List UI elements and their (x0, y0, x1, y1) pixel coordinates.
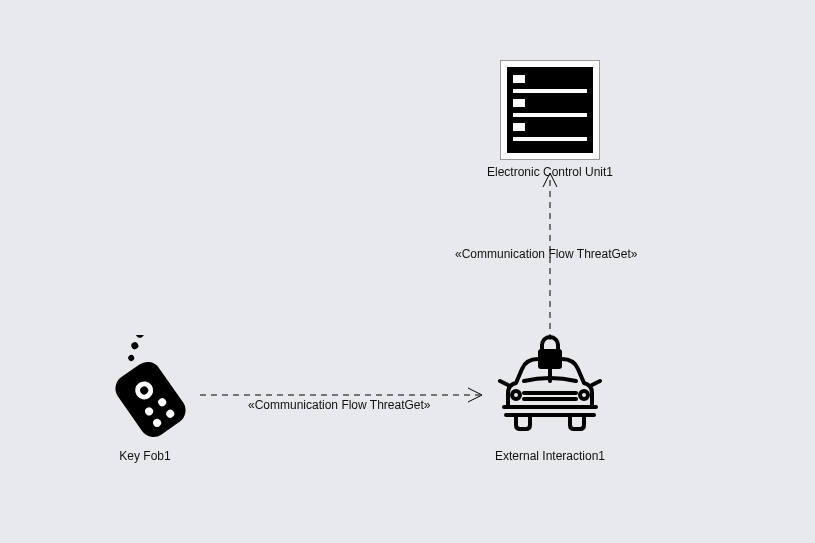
node-external-label: External Interaction1 (450, 449, 650, 463)
svg-point-11 (134, 335, 145, 339)
node-keyfob[interactable] (95, 335, 205, 448)
svg-point-15 (580, 391, 588, 399)
svg-point-14 (512, 391, 520, 399)
node-ecu-label: Electronic Control Unit1 (450, 165, 650, 179)
svg-rect-17 (538, 349, 562, 369)
diagram-canvas: Electronic Control Unit1 Key Fob1 (0, 0, 815, 543)
ecu-icon (500, 60, 600, 160)
keyfob-icon (95, 335, 205, 445)
node-keyfob-label: Key Fob1 (45, 449, 245, 463)
svg-point-9 (127, 354, 135, 362)
svg-point-10 (130, 341, 140, 351)
svg-rect-2 (110, 356, 191, 442)
car-lock-icon (490, 335, 610, 445)
flow-label-keyfob-external: «Communication Flow ThreatGet» (248, 398, 431, 412)
flow-label-external-ecu: «Communication Flow ThreatGet» (455, 247, 638, 261)
node-external[interactable] (490, 335, 610, 448)
